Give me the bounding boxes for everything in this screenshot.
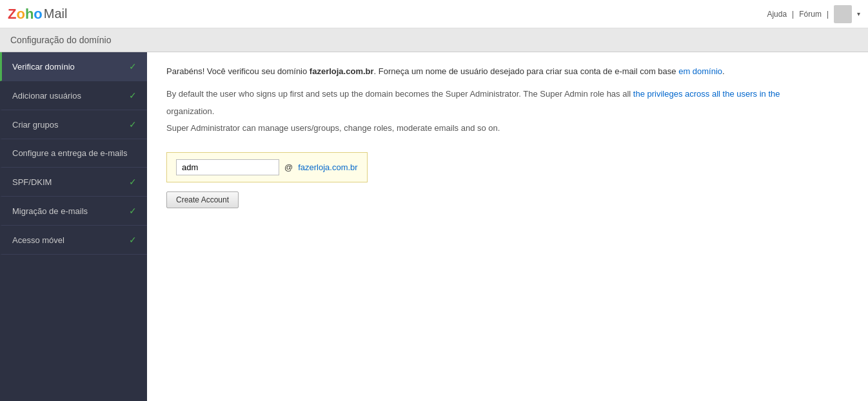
intro-text-part2: . Forneça um nome de usuário desejado pa…	[374, 66, 679, 76]
help-link[interactable]: Ajuda	[767, 10, 787, 19]
create-account-button[interactable]: Create Account	[166, 191, 239, 208]
body-text-1-part2: the privileges across all the users in t…	[633, 89, 780, 99]
check-icon: ✓	[129, 206, 137, 216]
intro-paragraph: Parabéns! Você verificou seu domínio faz…	[166, 65, 849, 79]
sidebar-item-label: Criar grupos	[12, 120, 59, 130]
zoho-logo: Zoho	[8, 6, 43, 23]
sidebar-item-label: Verificar domínio	[12, 62, 75, 72]
check-icon: ✓	[129, 177, 137, 187]
logo: Zoho Mail	[8, 6, 67, 23]
page-title-bar: Configuração do domínio	[0, 28, 868, 52]
intro-text-part4: .	[722, 66, 725, 76]
email-input-container: @ fazerloja.com.br	[166, 152, 368, 182]
avatar[interactable]	[834, 5, 852, 23]
sidebar-item-label: Adicionar usuários	[12, 91, 81, 101]
check-icon: ✓	[129, 61, 137, 72]
sidebar-item-configure-entrega[interactable]: Configure a entrega de e-mails	[0, 139, 147, 168]
body-text-1-cont: organization.	[166, 105, 849, 119]
sidebar-item-adicionar-usuarios[interactable]: Adicionar usuários ✓	[0, 81, 147, 110]
check-icon: ✓	[129, 235, 137, 245]
content-area: Parabéns! Você verificou seu domínio faz…	[147, 52, 868, 401]
email-at: @	[282, 162, 295, 172]
logo-z: Z	[8, 6, 16, 23]
sidebar-item-verificar-dominio[interactable]: Verificar domínio ✓	[0, 52, 147, 81]
chevron-down-icon[interactable]: ▾	[857, 10, 860, 17]
check-icon: ✓	[129, 119, 137, 130]
logo-mail: Mail	[44, 6, 68, 21]
main-layout: Verificar domínio ✓ Adicionar usuários ✓…	[0, 52, 868, 401]
header: Zoho Mail Ajuda | Fórum | ▾	[0, 0, 868, 28]
body-text-1-part1: By default the user who signs up first a…	[166, 89, 633, 99]
check-icon: ✓	[129, 90, 137, 101]
body-text-1-part3: organization.	[166, 106, 214, 116]
sidebar-item-spf-dkim[interactable]: SPF/DKIM ✓	[0, 168, 147, 197]
header-separator: |	[792, 10, 794, 19]
sidebar-item-label: Configure a entrega de e-mails	[12, 148, 128, 158]
header-right: Ajuda | Fórum | ▾	[767, 5, 860, 23]
em-dominio-link[interactable]: em domínio	[678, 66, 722, 76]
domain-name: fazerloja.com.br	[310, 66, 374, 76]
body-text-2: Super Administrator can manage users/gro…	[166, 122, 849, 135]
header-separator2: |	[827, 10, 829, 19]
logo-h: h	[25, 6, 34, 23]
forum-link[interactable]: Fórum	[799, 10, 822, 19]
page-title: Configuração do domínio	[10, 35, 111, 45]
sidebar-item-label: SPF/DKIM	[12, 177, 52, 187]
logo-o2: o	[34, 6, 42, 23]
body-text-2-part1: Super Administrator can manage users/gro…	[166, 123, 500, 133]
intro-text-part1: Parabéns! Você verificou seu domínio	[166, 66, 310, 76]
email-username-input[interactable]	[176, 159, 279, 175]
sidebar-item-criar-grupos[interactable]: Criar grupos ✓	[0, 110, 147, 139]
sidebar: Verificar domínio ✓ Adicionar usuários ✓…	[0, 52, 147, 401]
email-domain-label: fazerloja.com.br	[298, 162, 357, 172]
sidebar-item-label: Migração de e-mails	[12, 206, 88, 216]
sidebar-item-label: Acesso móvel	[12, 235, 64, 245]
sidebar-item-acesso-movel[interactable]: Acesso móvel ✓	[0, 226, 147, 255]
logo-o1: o	[16, 6, 25, 23]
body-text-1: By default the user who signs up first a…	[166, 88, 849, 101]
sidebar-item-migracao[interactable]: Migração de e-mails ✓	[0, 197, 147, 226]
